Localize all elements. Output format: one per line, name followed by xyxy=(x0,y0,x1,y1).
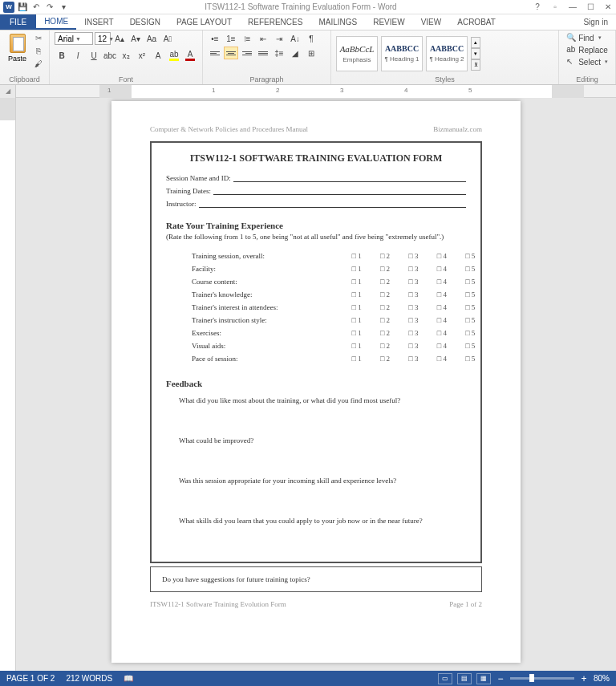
tab-mailings[interactable]: MAILINGS xyxy=(310,14,365,30)
tab-page-layout[interactable]: PAGE LAYOUT xyxy=(168,14,240,30)
paragraph-group-label: Paragraph xyxy=(208,75,326,84)
superscript-button[interactable]: x² xyxy=(135,49,149,62)
align-right-icon[interactable] xyxy=(240,47,254,59)
ruler-corner[interactable]: ◢ xyxy=(0,85,16,98)
style-emphasis[interactable]: AaBbCcL Emphasis xyxy=(336,36,378,71)
undo-icon[interactable]: ↶ xyxy=(30,2,42,13)
field-session: Session Name and ID: xyxy=(166,174,466,182)
horizontal-ruler[interactable]: ◢ 1 1 2 3 4 5 xyxy=(0,85,616,98)
styles-more-icon[interactable]: ⊻ xyxy=(471,59,480,71)
sort-icon[interactable]: A↓ xyxy=(288,32,302,45)
shading-icon[interactable]: ◢ xyxy=(288,47,302,59)
document-scroll[interactable]: Computer & Network Policies and Procedur… xyxy=(16,98,616,671)
styles-gallery-nav: ▴ ▾ ⊻ xyxy=(471,37,480,71)
clear-formatting-icon[interactable]: A⃠ xyxy=(160,32,175,45)
replace-button[interactable]: abReplace xyxy=(564,44,610,55)
view-print-icon[interactable]: ▤ xyxy=(457,673,472,684)
multilevel-list-icon[interactable]: ⁝≡ xyxy=(240,32,254,45)
tab-insert[interactable]: INSERT xyxy=(76,14,122,30)
tab-review[interactable]: REVIEW xyxy=(365,14,412,30)
file-tab[interactable]: FILE xyxy=(0,14,36,30)
sign-in-link[interactable]: Sign in xyxy=(583,18,616,26)
italic-button[interactable]: I xyxy=(71,49,85,62)
underline-button[interactable]: U xyxy=(87,49,101,62)
find-icon: 🔍 xyxy=(566,33,576,43)
quick-access-toolbar: W 💾 ↶ ↷ ▾ xyxy=(3,2,69,13)
find-button[interactable]: 🔍Find▾ xyxy=(564,32,610,43)
spellcheck-icon[interactable]: 📖 xyxy=(124,674,133,683)
rating-option: □ 3 xyxy=(400,340,427,351)
select-button[interactable]: ↖Select▾ xyxy=(564,56,610,67)
grow-font-icon[interactable]: A▴ xyxy=(112,32,127,45)
style-heading2[interactable]: AABBCC ¶ Heading 2 xyxy=(426,36,468,71)
rate-heading: Rate Your Training Experience xyxy=(166,221,466,230)
font-color-icon[interactable]: A xyxy=(183,49,197,62)
tab-acrobat[interactable]: ACROBAT xyxy=(449,14,504,30)
page[interactable]: Computer & Network Policies and Procedur… xyxy=(111,101,521,663)
cut-icon[interactable]: ✂ xyxy=(33,32,44,43)
maximize-icon[interactable]: ☐ xyxy=(586,2,595,12)
form-box: ITSW112-1 SOFTWARE TRAINING EVALUATION F… xyxy=(150,141,482,563)
page-header: Computer & Network Policies and Procedur… xyxy=(150,125,482,133)
decrease-indent-icon[interactable]: ⇤ xyxy=(256,32,270,45)
tab-view[interactable]: VIEW xyxy=(413,14,450,30)
align-left-icon[interactable] xyxy=(208,47,222,59)
rating-option: □ 5 xyxy=(457,315,484,326)
rating-option: □ 5 xyxy=(457,289,484,300)
ribbon-options-icon[interactable]: ▫ xyxy=(550,2,560,12)
minimize-icon[interactable]: — xyxy=(568,2,578,12)
line-spacing-icon[interactable]: ‡≡ xyxy=(272,47,286,59)
tab-references[interactable]: REFERENCES xyxy=(240,14,310,30)
align-center-icon[interactable] xyxy=(224,47,238,59)
font-size-select[interactable]: 12▼ xyxy=(95,32,111,45)
paste-button[interactable]: Paste xyxy=(5,32,30,64)
zoom-slider[interactable] xyxy=(510,677,574,680)
vertical-ruler[interactable] xyxy=(0,98,16,671)
close-icon[interactable]: ✕ xyxy=(603,2,613,12)
view-web-icon[interactable]: ▦ xyxy=(476,673,491,684)
styles-up-icon[interactable]: ▴ xyxy=(471,37,480,48)
format-painter-icon[interactable]: 🖌 xyxy=(33,58,44,69)
style-heading1[interactable]: AABBCC ¶ Heading 1 xyxy=(381,36,423,71)
save-icon[interactable]: 💾 xyxy=(17,2,28,13)
shrink-font-icon[interactable]: A▾ xyxy=(128,32,143,45)
window-title: ITSW112-1 Software Training Evaluation F… xyxy=(69,2,533,11)
font-name-select[interactable]: Arial▼ xyxy=(55,32,93,45)
qat-customize-icon[interactable]: ▾ xyxy=(58,2,69,13)
editing-group-label: Editing xyxy=(564,75,610,84)
bold-button[interactable]: B xyxy=(55,49,69,62)
zoom-out-icon[interactable]: − xyxy=(496,673,505,684)
rating-table: Training session, overall:□ 1□ 2□ 3□ 4□ … xyxy=(185,249,485,366)
help-icon[interactable]: ? xyxy=(533,2,542,12)
tab-design[interactable]: DESIGN xyxy=(122,14,168,30)
window-controls: ? ▫ — ☐ ✕ xyxy=(533,2,613,12)
status-page[interactable]: PAGE 1 OF 2 xyxy=(6,674,55,683)
highlight-color-icon[interactable]: ab xyxy=(167,49,181,62)
change-case-icon[interactable]: Aa xyxy=(144,32,159,45)
rating-item-label: Course content: xyxy=(187,276,342,287)
text-effects-icon[interactable]: A xyxy=(151,49,165,62)
rating-row: Training session, overall:□ 1□ 2□ 3□ 4□ … xyxy=(187,250,484,262)
bullets-icon[interactable]: •≡ xyxy=(208,32,222,45)
copy-icon[interactable]: ⎘ xyxy=(33,45,44,56)
rating-row: Facility:□ 1□ 2□ 3□ 4□ 5 xyxy=(187,263,484,274)
status-words[interactable]: 212 WORDS xyxy=(66,674,112,683)
increase-indent-icon[interactable]: ⇥ xyxy=(272,32,286,45)
rating-row: Visual aids:□ 1□ 2□ 3□ 4□ 5 xyxy=(187,340,484,351)
rating-option: □ 2 xyxy=(371,289,398,300)
subscript-button[interactable]: x₂ xyxy=(119,49,133,62)
redo-icon[interactable]: ↷ xyxy=(44,2,55,13)
tab-home[interactable]: HOME xyxy=(36,14,76,30)
rating-option: □ 4 xyxy=(428,263,455,274)
justify-icon[interactable] xyxy=(256,47,270,59)
borders-icon[interactable]: ⊞ xyxy=(304,47,318,59)
zoom-in-icon[interactable]: + xyxy=(579,673,589,684)
strikethrough-button[interactable]: abc xyxy=(103,49,117,62)
zoom-level[interactable]: 80% xyxy=(594,674,610,683)
styles-down-icon[interactable]: ▾ xyxy=(471,48,480,59)
show-marks-icon[interactable]: ¶ xyxy=(304,32,318,45)
rating-option: □ 3 xyxy=(400,327,427,339)
view-read-icon[interactable]: ▭ xyxy=(438,673,452,684)
ribbon-tabs: FILE HOME INSERT DESIGN PAGE LAYOUT REFE… xyxy=(0,14,616,30)
numbering-icon[interactable]: 1≡ xyxy=(224,32,238,45)
